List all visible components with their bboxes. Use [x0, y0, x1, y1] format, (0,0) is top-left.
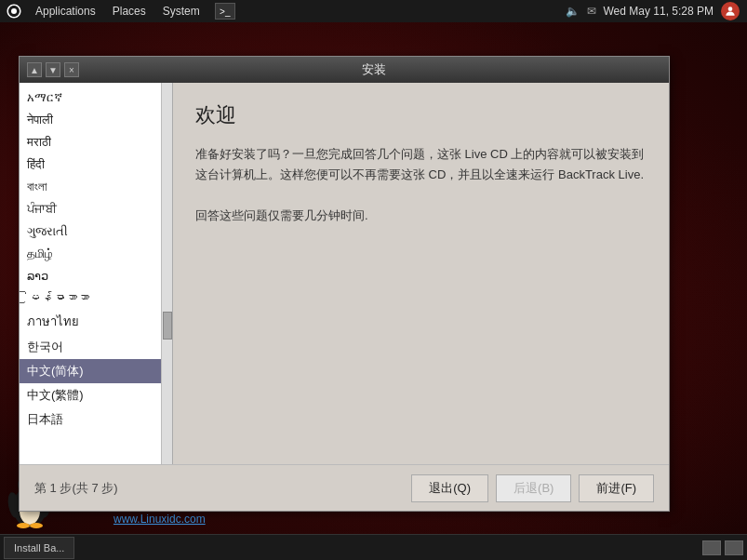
lang-item-12[interactable]: 中文(简体) — [20, 359, 172, 383]
volume-icon[interactable]: 🔈 — [566, 5, 580, 18]
scrollbar-thumb[interactable] — [163, 312, 172, 340]
lang-item-9[interactable]: မြန်မာဘာသာ — [20, 287, 172, 308]
workspace-switcher-1[interactable] — [702, 540, 721, 555]
user-avatar[interactable] — [721, 2, 740, 20]
win-btn-up[interactable]: ▲ — [27, 62, 42, 77]
lang-item-0[interactable]: አማርኛ — [20, 87, 172, 109]
terminal-icon[interactable]: >_ — [215, 3, 235, 20]
dialog-content: አማርኛनेपालीमराठीहिंदीবাংলাਪੰਜਾਬੀગુજરાતીதம… — [20, 83, 669, 464]
welcome-text-line1: 准备好安装了吗？一旦您完成回答几个问题，这张 Live CD 上的内容就可以被安… — [195, 147, 644, 181]
language-list-container: አማርኛनेपालीमराठीहिंदीবাংলাਪੰਜਾਬੀગુજરાતીதம… — [20, 83, 173, 464]
taskbar-task-item[interactable]: Install Ba... — [4, 537, 74, 559]
svg-point-0 — [11, 8, 17, 14]
installer-dialog: ▲ ▼ × 安装 አማርኛनेपालीमराठीहिंदीবাংলাਪੰਜਾਬੀ… — [19, 56, 670, 512]
desktop: Applications Places System >_ 🔈 ✉ Wed Ma… — [0, 0, 747, 560]
welcome-text: 准备好安装了吗？一旦您完成回答几个问题，这张 Live CD 上的内容就可以被安… — [195, 144, 647, 446]
win-btn-close[interactable]: × — [64, 62, 79, 77]
taskbar-bottom: Install Ba... — [0, 534, 747, 560]
language-scroll[interactable]: አማርኛनेपालीमराठीहिंदीবাংলাਪੰਜਾਬੀગુજરાતીதம… — [20, 83, 172, 464]
linux-website: www.Linuxidc.com — [113, 513, 206, 526]
lang-item-6[interactable]: ગુજરાતી — [20, 220, 172, 243]
taskbar-top: Applications Places System >_ 🔈 ✉ Wed Ma… — [0, 0, 747, 22]
taskbar-right: 🔈 ✉ Wed May 11, 5:28 PM — [566, 2, 748, 20]
welcome-heading: 欢迎 — [195, 101, 647, 129]
welcome-text-line2: 回答这些问题仅需要几分钟时间. — [195, 208, 368, 222]
main-content-area: 欢迎 准备好安装了吗？一旦您完成回答几个问题，这张 Live CD 上的内容就可… — [173, 83, 669, 464]
lang-item-8[interactable]: ລາວ — [20, 265, 172, 287]
next-button[interactable]: 前进(F) — [579, 474, 654, 502]
lang-item-14[interactable]: 日本語 — [20, 407, 172, 432]
lang-item-7[interactable]: தமிழ் — [20, 243, 172, 265]
kali-logo[interactable] — [4, 1, 24, 21]
window-controls: ▲ ▼ × — [27, 62, 79, 77]
dialog-title: 安装 — [87, 61, 661, 78]
dialog-footer: 第 1 步(共 7 步) 退出(Q) 后退(B) 前进(F) — [20, 464, 669, 511]
menu-bar: Applications Places System — [28, 3, 207, 20]
quit-button[interactable]: 退出(Q) — [411, 474, 488, 502]
lang-item-1[interactable]: नेपाली — [20, 109, 172, 131]
taskbar-bottom-right — [702, 540, 747, 555]
workspace-switcher-2[interactable] — [725, 540, 743, 555]
win-btn-down[interactable]: ▼ — [46, 62, 60, 77]
language-scrollbar[interactable] — [161, 83, 172, 464]
lang-item-3[interactable]: हिंदी — [20, 153, 172, 176]
svg-point-11 — [30, 523, 43, 528]
lang-item-10[interactable]: ภาษาไทย — [20, 308, 172, 335]
dialog-titlebar: ▲ ▼ × 安装 — [20, 57, 669, 83]
menu-system[interactable]: System — [155, 3, 207, 20]
back-button[interactable]: 后退(B) — [496, 474, 571, 502]
email-icon[interactable]: ✉ — [587, 5, 596, 18]
footer-buttons: 退出(Q) 后退(B) 前进(F) — [411, 474, 654, 502]
svg-point-1 — [728, 7, 733, 11]
lang-item-4[interactable]: বাংলা — [20, 176, 172, 198]
terminal-symbol: >_ — [220, 7, 230, 17]
clock: Wed May 11, 5:28 PM — [604, 5, 714, 18]
lang-item-13[interactable]: 中文(繁體) — [20, 383, 172, 407]
lang-item-11[interactable]: 한국어 — [20, 335, 172, 359]
menu-applications[interactable]: Applications — [28, 3, 103, 20]
lang-item-2[interactable]: मराठी — [20, 131, 172, 153]
lang-item-5[interactable]: ਪੰਜਾਬੀ — [20, 198, 172, 220]
step-label: 第 1 步(共 7 步) — [34, 480, 411, 497]
menu-places[interactable]: Places — [105, 3, 153, 20]
svg-point-10 — [17, 523, 30, 528]
task-item-label: Install Ba... — [14, 542, 64, 553]
